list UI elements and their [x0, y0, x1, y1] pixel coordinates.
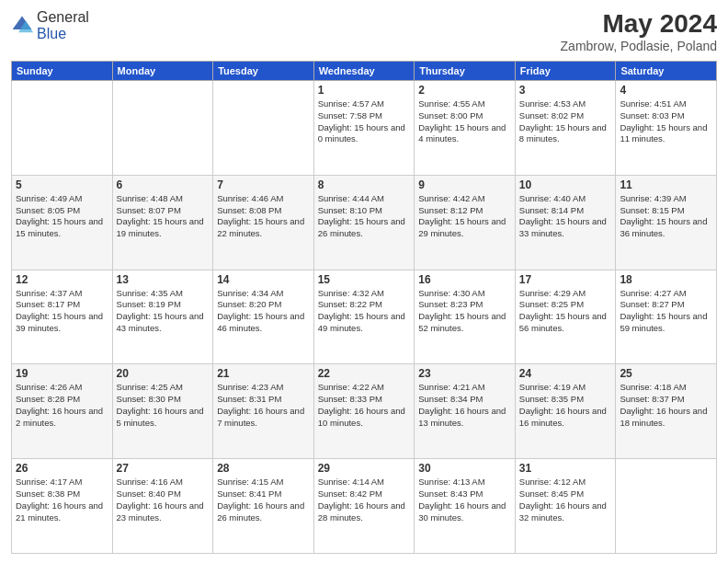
day-number: 18	[620, 273, 712, 286]
day-info: Sunrise: 4:25 AM Sunset: 8:30 PM Dayligh…	[117, 382, 210, 429]
day-number: 29	[318, 462, 411, 475]
day-number: 30	[418, 462, 511, 475]
calendar-week-row: 19Sunrise: 4:26 AM Sunset: 8:28 PM Dayli…	[12, 364, 717, 459]
col-wednesday: Wednesday	[313, 62, 415, 81]
day-number: 6	[117, 178, 210, 191]
page: General Blue May 2024 Zambrow, Podlasie,…	[0, 0, 728, 563]
table-row: 1Sunrise: 4:57 AM Sunset: 7:58 PM Daylig…	[313, 81, 415, 176]
day-info: Sunrise: 4:39 AM Sunset: 8:15 PM Dayligh…	[620, 193, 712, 240]
day-info: Sunrise: 4:57 AM Sunset: 7:58 PM Dayligh…	[318, 98, 411, 145]
table-row: 6Sunrise: 4:48 AM Sunset: 8:07 PM Daylig…	[112, 175, 213, 270]
day-info: Sunrise: 4:40 AM Sunset: 8:14 PM Dayligh…	[519, 193, 612, 240]
table-row: 14Sunrise: 4:34 AM Sunset: 8:20 PM Dayli…	[213, 270, 314, 364]
table-row: 29Sunrise: 4:14 AM Sunset: 8:42 PM Dayli…	[313, 459, 415, 554]
col-thursday: Thursday	[415, 62, 516, 81]
table-row	[112, 81, 213, 176]
col-friday: Friday	[515, 62, 616, 81]
day-number: 10	[519, 178, 612, 191]
day-info: Sunrise: 4:19 AM Sunset: 8:35 PM Dayligh…	[519, 382, 612, 429]
table-row: 3Sunrise: 4:53 AM Sunset: 8:02 PM Daylig…	[515, 81, 616, 176]
day-info: Sunrise: 4:13 AM Sunset: 8:43 PM Dayligh…	[418, 477, 511, 523]
day-info: Sunrise: 4:55 AM Sunset: 8:00 PM Dayligh…	[418, 98, 511, 145]
day-number: 21	[217, 367, 310, 380]
day-number: 8	[318, 178, 411, 191]
table-row: 20Sunrise: 4:25 AM Sunset: 8:30 PM Dayli…	[112, 364, 213, 459]
day-info: Sunrise: 4:46 AM Sunset: 8:08 PM Dayligh…	[217, 193, 310, 240]
table-row: 11Sunrise: 4:39 AM Sunset: 8:15 PM Dayli…	[616, 175, 717, 270]
day-number: 25	[620, 367, 712, 380]
col-tuesday: Tuesday	[213, 62, 314, 81]
day-info: Sunrise: 4:35 AM Sunset: 8:19 PM Dayligh…	[117, 288, 210, 335]
day-number: 19	[16, 367, 108, 380]
logo-icon	[11, 15, 33, 37]
table-row: 16Sunrise: 4:30 AM Sunset: 8:23 PM Dayli…	[415, 270, 516, 364]
day-info: Sunrise: 4:29 AM Sunset: 8:25 PM Dayligh…	[519, 288, 612, 335]
table-row: 17Sunrise: 4:29 AM Sunset: 8:25 PM Dayli…	[515, 270, 616, 364]
day-number: 3	[519, 84, 612, 97]
table-row: 15Sunrise: 4:32 AM Sunset: 8:22 PM Dayli…	[313, 270, 415, 364]
table-row: 30Sunrise: 4:13 AM Sunset: 8:43 PM Dayli…	[415, 459, 516, 554]
day-info: Sunrise: 4:37 AM Sunset: 8:17 PM Dayligh…	[16, 288, 108, 335]
table-row: 5Sunrise: 4:49 AM Sunset: 8:05 PM Daylig…	[12, 175, 113, 270]
table-row: 26Sunrise: 4:17 AM Sunset: 8:38 PM Dayli…	[12, 459, 113, 554]
day-number: 20	[117, 367, 210, 380]
day-info: Sunrise: 4:51 AM Sunset: 8:03 PM Dayligh…	[620, 98, 712, 145]
day-number: 14	[217, 273, 310, 286]
table-row: 28Sunrise: 4:15 AM Sunset: 8:41 PM Dayli…	[213, 459, 314, 554]
table-row: 24Sunrise: 4:19 AM Sunset: 8:35 PM Dayli…	[515, 364, 616, 459]
day-number: 17	[519, 273, 612, 286]
table-row: 27Sunrise: 4:16 AM Sunset: 8:40 PM Dayli…	[112, 459, 213, 554]
table-row: 21Sunrise: 4:23 AM Sunset: 8:31 PM Dayli…	[213, 364, 314, 459]
day-number: 13	[117, 273, 210, 286]
title-block: May 2024 Zambrow, Podlasie, Poland	[561, 9, 717, 53]
calendar-table: Sunday Monday Tuesday Wednesday Thursday…	[11, 61, 717, 554]
calendar-header-row: Sunday Monday Tuesday Wednesday Thursday…	[12, 62, 717, 81]
logo-general: General	[37, 9, 89, 25]
table-row: 22Sunrise: 4:22 AM Sunset: 8:33 PM Dayli…	[313, 364, 415, 459]
calendar-week-row: 12Sunrise: 4:37 AM Sunset: 8:17 PM Dayli…	[12, 270, 717, 364]
table-row: 23Sunrise: 4:21 AM Sunset: 8:34 PM Dayli…	[415, 364, 516, 459]
day-info: Sunrise: 4:42 AM Sunset: 8:12 PM Dayligh…	[418, 193, 511, 240]
day-info: Sunrise: 4:22 AM Sunset: 8:33 PM Dayligh…	[318, 382, 411, 429]
table-row: 2Sunrise: 4:55 AM Sunset: 8:00 PM Daylig…	[415, 81, 516, 176]
day-info: Sunrise: 4:27 AM Sunset: 8:27 PM Dayligh…	[620, 288, 712, 335]
day-number: 23	[418, 367, 511, 380]
day-number: 26	[16, 462, 108, 475]
day-info: Sunrise: 4:49 AM Sunset: 8:05 PM Dayligh…	[16, 193, 108, 240]
day-number: 16	[418, 273, 511, 286]
col-monday: Monday	[112, 62, 213, 81]
day-number: 15	[318, 273, 411, 286]
day-number: 24	[519, 367, 612, 380]
calendar-week-row: 1Sunrise: 4:57 AM Sunset: 7:58 PM Daylig…	[12, 81, 717, 176]
day-number: 4	[620, 84, 712, 97]
day-number: 5	[16, 178, 108, 191]
table-row: 7Sunrise: 4:46 AM Sunset: 8:08 PM Daylig…	[213, 175, 314, 270]
day-number: 31	[519, 462, 612, 475]
day-info: Sunrise: 4:18 AM Sunset: 8:37 PM Dayligh…	[620, 382, 712, 429]
col-sunday: Sunday	[12, 62, 113, 81]
day-number: 27	[117, 462, 210, 475]
table-row	[12, 81, 113, 176]
day-info: Sunrise: 4:26 AM Sunset: 8:28 PM Dayligh…	[16, 382, 108, 429]
day-number: 7	[217, 178, 310, 191]
day-number: 2	[418, 84, 511, 97]
table-row: 4Sunrise: 4:51 AM Sunset: 8:03 PM Daylig…	[616, 81, 717, 176]
day-info: Sunrise: 4:30 AM Sunset: 8:23 PM Dayligh…	[418, 288, 511, 335]
header: General Blue May 2024 Zambrow, Podlasie,…	[11, 9, 717, 53]
table-row: 18Sunrise: 4:27 AM Sunset: 8:27 PM Dayli…	[616, 270, 717, 364]
day-number: 22	[318, 367, 411, 380]
table-row: 9Sunrise: 4:42 AM Sunset: 8:12 PM Daylig…	[415, 175, 516, 270]
table-row	[213, 81, 314, 176]
day-info: Sunrise: 4:15 AM Sunset: 8:41 PM Dayligh…	[217, 477, 310, 523]
day-info: Sunrise: 4:44 AM Sunset: 8:10 PM Dayligh…	[318, 193, 411, 240]
logo: General Blue	[11, 9, 89, 42]
day-number: 9	[418, 178, 511, 191]
day-info: Sunrise: 4:12 AM Sunset: 8:45 PM Dayligh…	[519, 477, 612, 523]
table-row	[616, 459, 717, 554]
day-info: Sunrise: 4:17 AM Sunset: 8:38 PM Dayligh…	[16, 477, 108, 523]
table-row: 8Sunrise: 4:44 AM Sunset: 8:10 PM Daylig…	[313, 175, 415, 270]
day-info: Sunrise: 4:16 AM Sunset: 8:40 PM Dayligh…	[117, 477, 210, 523]
subtitle: Zambrow, Podlasie, Poland	[561, 39, 717, 53]
logo-text: General Blue	[37, 9, 89, 42]
day-number: 11	[620, 178, 712, 191]
